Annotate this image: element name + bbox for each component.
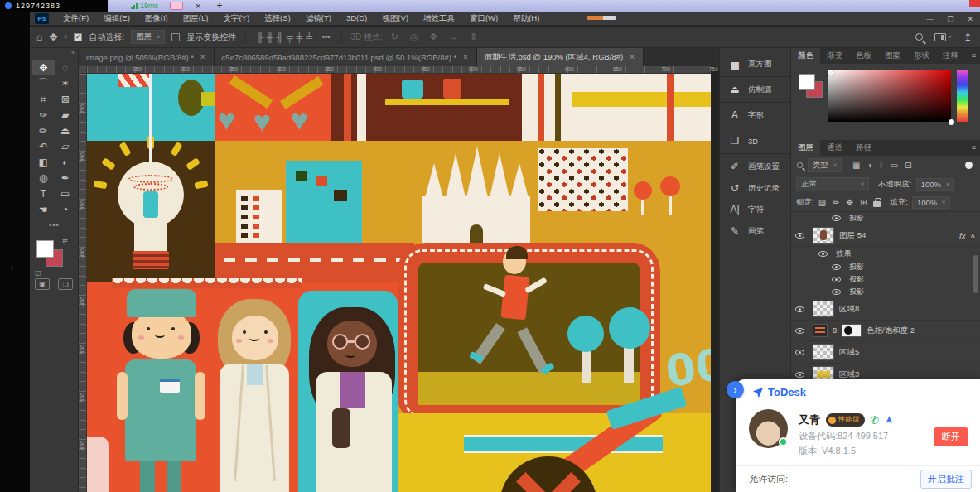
move-tool[interactable]: ✥: [32, 60, 55, 75]
annotate-button[interactable]: 开启批注: [920, 470, 972, 489]
foreground-color-swatch[interactable]: [36, 240, 54, 258]
todesk-collapse-handle[interactable]: ›: [727, 381, 744, 398]
layers-tab-通道[interactable]: 通道: [820, 140, 849, 156]
workspace-icon[interactable]: [934, 33, 946, 41]
dock-item-brush-settings[interactable]: ✐画笔设置: [720, 156, 790, 177]
layer-thumbnail[interactable]: [813, 301, 834, 317]
color-picker-marker[interactable]: [949, 119, 954, 125]
blur-tool[interactable]: ◍: [32, 170, 55, 186]
disconnect-button[interactable]: 断开: [934, 427, 968, 446]
auto-select-checkbox[interactable]: ✓: [74, 33, 82, 41]
layers-scrollbar[interactable]: [973, 255, 978, 293]
remote-close-button[interactable]: ✕: [195, 2, 201, 11]
gradient-tool[interactable]: ◧: [32, 154, 55, 170]
chevron-left-icon[interactable]: ‹: [10, 260, 14, 273]
menu-item-滤镜[interactable]: 滤镜(T): [298, 13, 339, 24]
document-tab-1[interactable]: image.png @ 505%(RGB/8#) *✕: [79, 48, 215, 66]
layers-tab-路径[interactable]: 路径: [849, 140, 878, 156]
quick-mask-button[interactable]: ▣: [35, 278, 50, 290]
eraser-tool[interactable]: ▱: [55, 138, 77, 154]
foreground-color-swatch[interactable]: [799, 74, 815, 90]
color-tab-形状[interactable]: 形状: [907, 48, 936, 64]
opacity-dropdown[interactable]: 100% ˅: [916, 178, 954, 191]
screen-mode-button[interactable]: ❏: [58, 278, 73, 290]
photoshop-logo[interactable]: Ps: [35, 13, 49, 24]
healing-brush-tool[interactable]: ▰: [55, 107, 77, 123]
menu-item-文件[interactable]: 文件(F): [56, 13, 96, 24]
avatar[interactable]: [749, 409, 788, 448]
dock-item-brushes[interactable]: ✎画笔: [720, 220, 790, 242]
document-canvas[interactable]: ♥ ♥ ♥: [87, 74, 711, 492]
menu-item-窗口[interactable]: 窗口(W): [462, 13, 505, 24]
collapse-effects-icon[interactable]: ˄: [970, 231, 975, 240]
visibility-toggle[interactable]: [814, 251, 831, 257]
filter-type-layers-icon[interactable]: T: [879, 161, 884, 170]
panel-menu-icon[interactable]: ≡: [972, 51, 976, 60]
saturation-brightness-field[interactable]: [828, 70, 951, 122]
filter-toggle[interactable]: [965, 162, 973, 169]
layer-thumbnail[interactable]: [813, 344, 834, 360]
layer-row-4[interactable]: 投影: [791, 261, 980, 273]
eyedropper-tool[interactable]: ✑: [32, 107, 55, 123]
brush-tool[interactable]: ✏: [32, 123, 55, 138]
color-tab-注释[interactable]: 注释: [936, 48, 965, 64]
layer-effects-badge[interactable]: fx˄: [959, 231, 975, 240]
menu-item-文字[interactable]: 文字(Y): [215, 13, 257, 24]
lasso-tool[interactable]: ⌒: [32, 75, 55, 91]
visibility-toggle[interactable]: [791, 328, 808, 334]
layers-tab-图层[interactable]: 图层: [791, 140, 820, 156]
show-transform-checkbox[interactable]: [171, 33, 180, 41]
crop-tool[interactable]: ⌗: [32, 91, 55, 107]
align-bottom-icon[interactable]: ╧: [304, 32, 314, 42]
dodge-tool[interactable]: ◐: [55, 154, 77, 170]
lock-all-icon[interactable]: [873, 201, 881, 207]
filter-smart-objects-icon[interactable]: ⊡: [905, 161, 911, 170]
history-brush-tool[interactable]: ↶: [32, 138, 55, 154]
align-top-icon[interactable]: ╤: [285, 32, 295, 42]
filter-pixel-layers-icon[interactable]: ▦: [852, 161, 860, 170]
color-tab-色板[interactable]: 色板: [849, 48, 878, 64]
menu-item-视图[interactable]: 视图(V): [374, 13, 416, 24]
dock-item-history[interactable]: ↺历史记录: [720, 177, 790, 199]
lock-position-icon[interactable]: ✥: [846, 198, 852, 207]
lock-transparent-icon[interactable]: ▨: [818, 198, 826, 207]
layer-row-7[interactable]: 区域8: [791, 298, 980, 321]
filter-adjustment-layers-icon[interactable]: ◑: [867, 161, 872, 170]
align-center-h-icon[interactable]: ╫: [265, 32, 275, 42]
dock-item-character[interactable]: A|字符: [720, 199, 790, 220]
dock-item-histogram[interactable]: ▅直方图: [720, 53, 790, 75]
menu-item-选择[interactable]: 选择(S): [257, 13, 298, 24]
zoom-tool[interactable]: ◔: [55, 201, 77, 217]
layer-row-6[interactable]: 投影: [791, 286, 980, 298]
layer-row-2[interactable]: 图层 54fx˄: [791, 224, 980, 247]
close-tab-icon[interactable]: ✕: [200, 53, 206, 61]
clone-stamp-tool[interactable]: ⏏: [55, 123, 77, 138]
remote-session-tab[interactable]: 129742383: [0, 0, 108, 12]
dock-item-clone-source[interactable]: ⏏仿制源: [720, 79, 790, 100]
layer-mask-thumbnail[interactable]: [842, 324, 862, 337]
visibility-toggle[interactable]: [791, 306, 808, 312]
layer-row-5[interactable]: 投影: [791, 273, 980, 286]
dock-item-3d[interactable]: ❒3D: [720, 130, 790, 152]
color-tab-图案[interactable]: 图案: [878, 48, 907, 64]
visibility-toggle[interactable]: [791, 350, 808, 355]
marquee-tool[interactable]: ◌: [55, 60, 77, 75]
color-tab-颜色[interactable]: 颜色: [791, 48, 820, 64]
layer-thumbnail[interactable]: [813, 227, 834, 244]
visibility-toggle[interactable]: [828, 264, 844, 270]
layer-row-3[interactable]: 效果: [791, 247, 980, 261]
color-tab-渐变[interactable]: 渐变: [820, 48, 849, 64]
panel-menu-icon[interactable]: ≡: [972, 143, 976, 152]
collapse-toolbar-icon[interactable]: »: [71, 50, 75, 55]
slice-tool[interactable]: ⊠: [55, 91, 77, 107]
filter-type-dropdown[interactable]: 类型 ˅: [808, 158, 842, 172]
layer-row-9[interactable]: 区域5: [791, 341, 980, 364]
shape-tool[interactable]: ▭: [55, 186, 77, 201]
layer-row-1[interactable]: 投影: [791, 212, 980, 224]
hue-slider[interactable]: [957, 70, 968, 122]
restore-button[interactable]: ❐: [947, 15, 953, 23]
document-tab-3[interactable]: 假期生活.psd @ 190% (区域4, RGB/8#)✕: [477, 48, 644, 66]
remote-cursor-icon[interactable]: ➤: [883, 416, 895, 424]
menu-item-增效工具[interactable]: 增效工具: [416, 13, 462, 24]
record-icon[interactable]: [170, 2, 183, 10]
